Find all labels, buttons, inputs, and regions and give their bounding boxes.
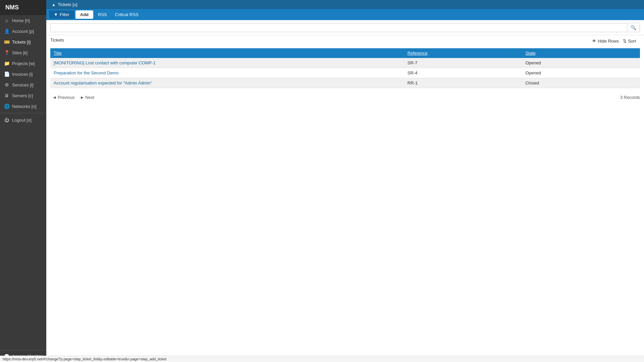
col-reference-link[interactable]: Reference (408, 51, 428, 56)
sidebar-item-projects-label: Projects [w] (12, 61, 35, 66)
critical-rss-label: Critical RSS (115, 12, 139, 17)
search-input[interactable] (50, 23, 627, 32)
previous-label: Previous (58, 95, 75, 100)
logout-icon: ⏻ (4, 117, 9, 123)
cell-title: Preparation for the Second Demo (50, 68, 404, 78)
table-row[interactable]: Preparation for the Second Demo SR-4 Ope… (50, 68, 640, 78)
toolbar: ▼ Filter Add RSS Critical RSS (46, 9, 644, 20)
hide-rows-icon: 👁 (592, 39, 596, 44)
sidebar-item-sites[interactable]: 📍 Sites [k] (0, 47, 46, 58)
next-icon: ► (80, 95, 84, 100)
invoices-icon: 📄 (4, 71, 9, 77)
sidebar-nav: ⌂ Home [h] 👤 Account [p] 🎫 Tickets [t] 📍… (0, 15, 46, 350)
rss-label: RSS (98, 12, 107, 17)
breadcrumb-arrow-icon: ▲ (52, 2, 56, 7)
tickets-table: Title Reference State [MONITORING] Lost … (50, 48, 640, 88)
table-body: [MONITORING] Lost contact with computer … (50, 58, 640, 88)
sidebar-item-account-label: Account [p] (12, 29, 34, 34)
cell-reference: RR-1 (404, 78, 522, 88)
brand: NMS (0, 0, 46, 15)
sidebar-item-services-label: Services [l] (12, 82, 34, 87)
sidebar-item-logout[interactable]: ⏻ Logout [o] (0, 115, 46, 125)
main-content: ▲ Tickets [u] ▼ Filter Add RSS Critical … (46, 0, 644, 362)
sidebar-divider (0, 113, 46, 113)
table-row[interactable]: [MONITORING] Lost contact with computer … (50, 58, 640, 68)
breadcrumb-bar: ▲ Tickets [u] (46, 0, 644, 9)
tickets-section: Title Reference State [MONITORING] Lost … (46, 46, 644, 91)
pagination-buttons: ◄ Previous ► Next (50, 94, 96, 101)
previous-icon: ◄ (52, 95, 57, 100)
records-count: 3 Records (620, 95, 640, 100)
tickets-icon: 🎫 (4, 39, 9, 45)
sidebar-item-networks[interactable]: 🌐 Networks [n] (0, 101, 46, 112)
sidebar-item-invoices[interactable]: 📄 Invoices [i] (0, 69, 46, 79)
add-label: Add (80, 12, 89, 17)
col-header-title[interactable]: Title (50, 48, 404, 58)
breadcrumb-label: Tickets [u] (58, 2, 77, 7)
ticket-title-link[interactable]: Account regularisation expected for "Adm… (54, 80, 152, 85)
account-icon: 👤 (4, 28, 9, 34)
add-button[interactable]: Add (75, 10, 93, 19)
networks-icon: 🌐 (4, 104, 9, 109)
home-icon: ⌂ (4, 18, 9, 23)
sidebar-item-sites-label: Sites [k] (12, 50, 28, 55)
cell-title: Account regularisation expected for "Adm… (50, 78, 404, 88)
cell-state: Opened (522, 68, 640, 78)
sidebar-item-home[interactable]: ⌂ Home [h] (0, 15, 46, 26)
cell-reference: SR-7 (404, 58, 522, 68)
sidebar-item-invoices-label: Invoices [i] (12, 72, 33, 77)
cell-state: Closed (522, 78, 640, 88)
col-state-link[interactable]: State (525, 51, 535, 56)
sidebar-item-networks-label: Networks [n] (12, 104, 36, 109)
sidebar: NMS ⌂ Home [h] 👤 Account [p] 🎫 Tickets [… (0, 0, 46, 362)
ticket-title-link[interactable]: [MONITORING] Lost contact with computer … (54, 60, 156, 65)
sort-label: Sort (628, 39, 636, 44)
ticket-title-link[interactable]: Preparation for the Second Demo (54, 70, 119, 75)
table-header: Title Reference State (50, 48, 640, 58)
sites-icon: 📍 (4, 50, 9, 55)
previous-button[interactable]: ◄ Previous (50, 94, 76, 101)
sidebar-item-tickets[interactable]: 🎫 Tickets [t] (0, 37, 46, 47)
sidebar-item-servers[interactable]: 🖥 Servers [c] (0, 90, 46, 101)
cell-reference: SR-4 (404, 68, 522, 78)
sidebar-item-account[interactable]: 👤 Account [p] (0, 26, 46, 37)
sidebar-item-tickets-label: Tickets [t] (12, 40, 31, 45)
hide-rows-button[interactable]: 👁 Hide Rows (592, 39, 619, 44)
filter-button[interactable]: ▼ Filter (49, 10, 74, 19)
table-row[interactable]: Account regularisation expected for "Adm… (50, 78, 640, 88)
sidebar-item-logout-label: Logout [o] (12, 118, 32, 123)
col-title-link[interactable]: Title (54, 51, 62, 56)
status-url: https://nms-dev.erp5.net/#!change?p.page… (3, 357, 166, 361)
cell-title: [MONITORING] Lost contact with computer … (50, 58, 404, 68)
rss-button[interactable]: RSS (95, 10, 110, 19)
critical-rss-button[interactable]: Critical RSS (112, 10, 142, 19)
sidebar-item-services[interactable]: ⚙ Services [l] (0, 79, 46, 90)
col-header-reference[interactable]: Reference (404, 48, 522, 58)
filter-icon: ▼ (54, 12, 58, 17)
pagination-row: ◄ Previous ► Next 3 Records (46, 91, 644, 104)
hide-rows-label: Hide Rows (598, 39, 619, 44)
sort-icon: ⇅ (623, 39, 627, 44)
sort-button[interactable]: ⇅ Sort (623, 39, 636, 44)
search-bar: 🔍 (46, 20, 644, 35)
cell-state: Opened (522, 58, 640, 68)
sidebar-item-projects[interactable]: 📁 Projects [w] (0, 58, 46, 69)
col-header-state[interactable]: State (522, 48, 640, 58)
sidebar-item-home-label: Home [h] (12, 18, 30, 23)
next-button[interactable]: ► Next (78, 94, 96, 101)
status-bar: https://nms-dev.erp5.net/#!change?p.page… (0, 356, 644, 362)
filter-label: Filter (60, 12, 69, 17)
table-actions: 👁 Hide Rows ⇅ Sort (588, 37, 640, 45)
search-icon: 🔍 (631, 25, 636, 30)
sidebar-item-servers-label: Servers [c] (12, 93, 33, 98)
search-button[interactable]: 🔍 (627, 23, 640, 32)
next-label: Next (85, 95, 94, 100)
projects-icon: 📁 (4, 61, 9, 66)
servers-icon: 🖥 (4, 93, 9, 98)
section-label: Tickets (50, 38, 64, 43)
services-icon: ⚙ (4, 82, 9, 87)
